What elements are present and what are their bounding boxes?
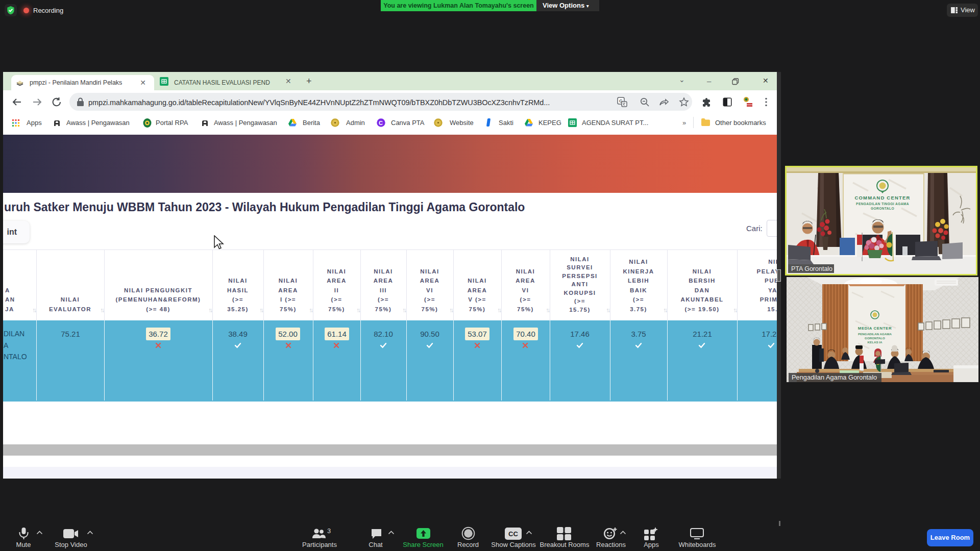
svg-text:GORONTALO: GORONTALO	[865, 336, 885, 340]
svg-text:MEDIA CENTER: MEDIA CENTER	[858, 326, 892, 331]
svg-text:GORONTALO: GORONTALO	[871, 207, 894, 210]
svg-text:Pengadilan Agama Gorontalo: Pengadilan Agama Gorontalo	[792, 373, 877, 381]
svg-text:PENGADILAN AGAMA: PENGADILAN AGAMA	[858, 332, 892, 336]
svg-text:KELAS IA: KELAS IA	[868, 340, 883, 344]
svg-text:C: C	[379, 120, 383, 126]
svg-text:PTA Gorontalo: PTA Gorontalo	[791, 265, 832, 272]
svg-text:PENGADILAN TINGGI AGAMA: PENGADILAN TINGGI AGAMA	[856, 202, 909, 206]
svg-text:CC: CC	[508, 530, 518, 538]
svg-text:COMMAND CENTER: COMMAND CENTER	[854, 195, 910, 201]
